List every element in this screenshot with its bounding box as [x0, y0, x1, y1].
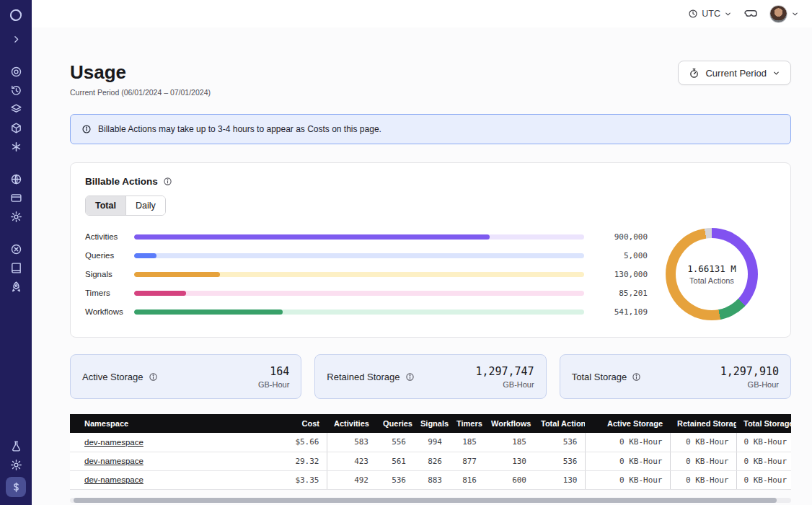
namespace-link[interactable]: dev-namespace — [84, 457, 144, 465]
chevron-down-icon — [772, 69, 780, 77]
table-row: dev-namespace $5.66 583 556 994 185 185 … — [70, 433, 791, 452]
info-icon — [81, 124, 92, 134]
sidebar-expand-button[interactable] — [6, 30, 25, 48]
timezone-label: UTC — [702, 9, 720, 19]
timezone-selector[interactable]: UTC — [688, 9, 732, 19]
feedback-button[interactable] — [743, 6, 758, 21]
sidebar-item-billing[interactable] — [6, 189, 25, 206]
sidebar-item-history[interactable] — [6, 82, 25, 99]
sun-icon — [10, 459, 22, 471]
rocket-icon — [10, 281, 22, 293]
cell-cost: $5.66 — [276, 433, 327, 452]
info-icon[interactable] — [405, 372, 415, 382]
stat-label: Retained Storage — [327, 372, 400, 382]
bar-fill — [134, 291, 186, 296]
cell-activities: 492 — [327, 470, 376, 489]
cell-retained-storage: 0 KB-Hour — [670, 433, 736, 452]
tab-daily[interactable]: Daily — [125, 196, 165, 215]
cell-active-storage: 0 KB-Hour — [585, 433, 670, 452]
cell-active-storage: 0 KB-Hour — [585, 452, 670, 470]
period-selector-button[interactable]: Current Period — [678, 61, 791, 85]
info-icon[interactable] — [149, 372, 158, 382]
chevron-down-icon — [791, 10, 799, 18]
stat-value: 164 — [258, 365, 289, 378]
topbar: UTC — [32, 0, 812, 27]
bar-value: 900,000 — [594, 232, 648, 242]
cell-cost: $3.35 — [276, 470, 327, 489]
bar-row: Signals 130,000 — [85, 265, 648, 284]
clock-history-icon — [10, 84, 22, 97]
temporal-logo-icon — [9, 8, 23, 22]
bar-category-label: Signals — [85, 270, 130, 278]
sidebar-item-asterisk[interactable] — [6, 138, 25, 155]
info-banner: Billable Actions may take up to 3-4 hour… — [70, 114, 791, 144]
column-header-total-actions: Total Actions — [534, 414, 585, 433]
book-icon — [10, 262, 22, 274]
sidebar-item-swirl[interactable] — [6, 63, 25, 80]
stat-unit: GB-Hour — [720, 380, 779, 389]
scrollbar-thumb[interactable] — [74, 498, 777, 503]
sidebar-item-docs[interactable] — [6, 259, 25, 276]
sidebar-item-circle-x[interactable] — [6, 240, 25, 258]
info-icon[interactable] — [632, 372, 641, 382]
bar-row: Workflows 541,109 — [85, 302, 648, 321]
column-header-workflows: Workflows — [484, 414, 534, 433]
cell-total-actions: 536 — [534, 452, 585, 470]
chevron-down-icon — [724, 10, 732, 18]
cell-activities: 583 — [327, 433, 376, 452]
sidebar-item-labs[interactable] — [6, 437, 25, 454]
column-header-activities: Activities — [327, 414, 376, 433]
namespace-link[interactable]: dev-namespace — [84, 438, 144, 447]
cell-queries: 556 — [376, 433, 413, 452]
flask-icon — [10, 440, 22, 452]
column-header-active-storage: Active Storage — [585, 414, 670, 433]
column-header-signals: Signals — [413, 414, 449, 433]
layers-icon — [10, 103, 22, 115]
total-storage-card: Total Storage 1,297,910 GB-Hour — [560, 354, 791, 399]
namespace-link[interactable]: dev-namespace — [84, 475, 144, 484]
page-title: Usage — [70, 61, 211, 84]
horizontal-scrollbar[interactable] — [70, 498, 791, 503]
cell-signals: 826 — [413, 452, 449, 470]
globe-icon — [10, 173, 22, 185]
bar-value: 5,000 — [594, 251, 648, 260]
sidebar — [0, 0, 32, 505]
cell-total-storage: 0 KB-Hour — [736, 470, 791, 489]
storage-stats: Active Storage 164 GB-Hour Retained Stor… — [70, 354, 791, 399]
sidebar-item-rocket[interactable] — [6, 278, 25, 295]
bar-value: 541,109 — [594, 307, 648, 317]
bar-track — [134, 309, 584, 315]
bar-track — [134, 234, 584, 240]
bar-category-label: Activities — [85, 232, 130, 241]
sidebar-item-theme[interactable] — [6, 456, 25, 473]
column-header-total-storage: Total Storage — [736, 414, 791, 433]
cell-total-actions: 130 — [534, 470, 585, 489]
account-menu[interactable] — [769, 5, 799, 23]
total-actions-donut-chart: 1.66131 M Total Actions — [666, 228, 758, 320]
column-header-retained-storage: Retained Storage — [670, 414, 736, 433]
tab-total[interactable]: Total — [86, 196, 125, 215]
sidebar-item-cube[interactable] — [6, 119, 25, 136]
bar-track — [134, 253, 584, 258]
cell-cost: 29.32 — [276, 452, 327, 470]
cell-timers: 877 — [449, 452, 484, 470]
sidebar-item-usage[interactable] — [6, 477, 26, 497]
bar-fill — [134, 253, 156, 258]
info-icon[interactable] — [163, 177, 172, 186]
credit-card-icon — [10, 192, 22, 204]
cell-total-storage: 0 KB-Hour — [736, 452, 791, 470]
sidebar-item-settings[interactable] — [6, 208, 25, 225]
cell-activities: 423 — [327, 452, 376, 470]
column-header-timers: Timers — [449, 414, 484, 433]
cell-timers: 816 — [449, 470, 484, 489]
bar-track — [134, 272, 584, 277]
bar-category-label: Queries — [85, 251, 130, 260]
sidebar-item-layers[interactable] — [6, 100, 25, 118]
cell-workflows: 185 — [484, 433, 534, 452]
namespace-usage-table: Namespace Cost Activities Queries Signal… — [70, 414, 791, 503]
page-subtitle: Current Period (06/01/2024 – 07/01/2024) — [70, 88, 211, 97]
sidebar-item-logo[interactable] — [6, 6, 25, 24]
sidebar-item-globe[interactable] — [6, 170, 25, 188]
stopwatch-icon — [689, 68, 700, 79]
asterisk-icon — [10, 141, 22, 153]
